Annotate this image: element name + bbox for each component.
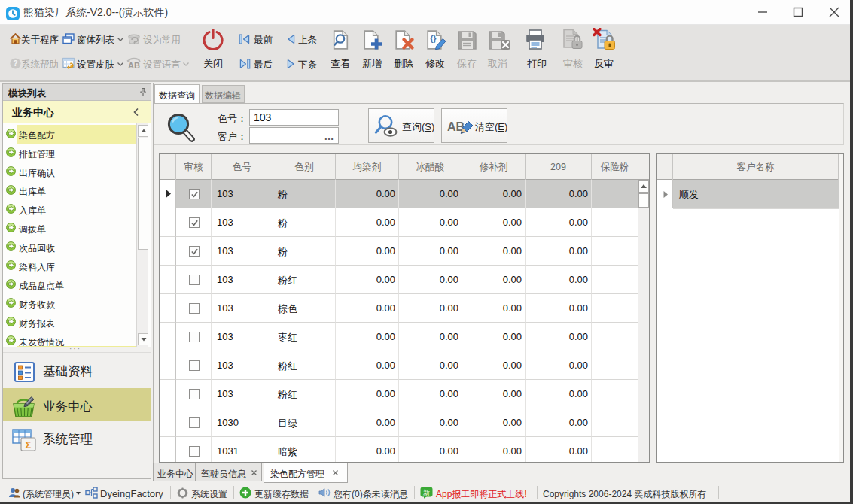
svg-text:Σ: Σ <box>26 439 32 451</box>
svg-text:AB: AB <box>128 61 140 70</box>
svg-text:{}: {} <box>431 35 437 43</box>
svg-text:?: ? <box>13 59 17 68</box>
svg-text:新: 新 <box>423 489 430 496</box>
